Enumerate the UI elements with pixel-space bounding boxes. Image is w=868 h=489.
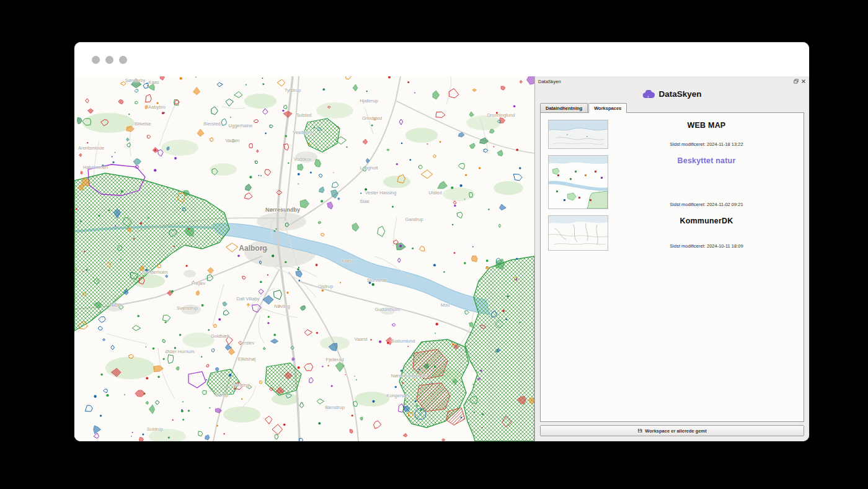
save-workspace-button[interactable]: Workspace er allerede gemt [540,425,804,436]
panel-header: DataSkyen [535,86,809,102]
dock-titlebar: DataSkyen [535,76,809,86]
close-panel-icon[interactable] [801,79,806,84]
tab-dataindhentning[interactable]: Dataindhentning [540,103,588,112]
workspace-item-kommunerdk[interactable]: KommunerDK Sidst modificeret: 2024-10-11… [543,212,801,254]
workspace-title: WEB MAP [688,121,726,130]
map-render [74,76,534,441]
dock-title: DataSkyen [538,79,561,84]
workspace-modified: Sidst modificeret: 2024-11-18 13:22 [670,141,743,147]
workspace-item-webmap[interactable]: WEB MAP Sidst modificeret: 2024-11-18 13… [543,117,801,152]
save-button-label: Workspace er allerede gemt [645,428,707,434]
tab-workspaces[interactable]: Workspaces [588,103,627,113]
app-title: DataSkyen [658,89,701,99]
save-disk-icon [637,428,642,433]
minimize-window-button[interactable] [105,56,113,64]
workspace-list: WEB MAP Sidst modificeret: 2024-11-18 13… [540,112,804,422]
workspace-title: KommunerDK [680,217,733,225]
map-canvas[interactable]: SønderbyKaasAabybroBirkelseArentsmindeHa… [74,76,534,441]
close-window-button[interactable] [92,56,100,64]
workspace-thumbnail[interactable] [548,120,608,149]
app-window: SønderbyKaasAabybroBirkelseArentsmindeHa… [74,42,809,441]
cloud-icon [642,90,655,99]
workspace-thumbnail[interactable] [548,215,608,251]
workspace-title: Beskyttet natur [678,156,736,165]
workspace-thumbnail[interactable] [548,155,608,209]
float-panel-icon[interactable] [794,79,799,84]
window-titlebar[interactable] [74,42,809,76]
traffic-lights [92,56,127,64]
panel-tabs: Dataindhentning Workspaces [535,102,809,112]
workspace-modified: Sidst modificeret: 2024-10-11 18:09 [670,243,743,249]
maximize-window-button[interactable] [119,56,127,64]
workspace-modified: Sidst modificeret: 2024-11-02 09:21 [670,202,743,207]
dataskyen-panel: DataSkyen DataSkyen [534,76,809,441]
workspace-item-beskyttet-natur[interactable]: Beskyttet natur Sidst modificeret: 2024-… [543,152,801,212]
